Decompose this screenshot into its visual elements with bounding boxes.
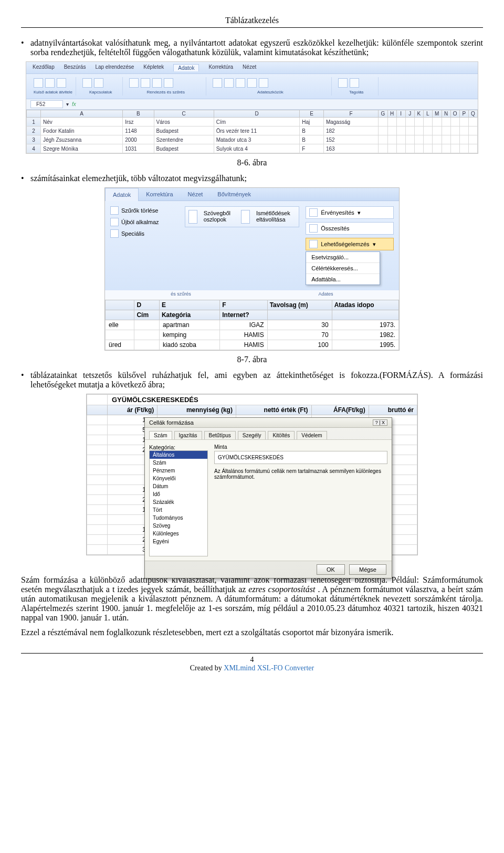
col-header[interactable]: Tavolsag (m) bbox=[267, 300, 332, 310]
category-item[interactable]: Könyvelői bbox=[150, 475, 207, 482]
cell[interactable]: Név bbox=[41, 118, 123, 127]
ok-button[interactable]: OK bbox=[317, 564, 345, 575]
col-header[interactable]: E bbox=[159, 300, 219, 310]
col-header[interactable]: J bbox=[405, 110, 414, 118]
cell[interactable]: Fodor Katalin bbox=[41, 127, 123, 135]
col-header[interactable] bbox=[332, 310, 398, 320]
dialog-tab[interactable]: Betűtípus bbox=[204, 431, 236, 439]
tab-item[interactable]: Korrektúra bbox=[139, 188, 180, 201]
advanced-filter-icon[interactable] bbox=[110, 229, 119, 238]
col-header[interactable]: O bbox=[450, 110, 459, 118]
cell[interactable]: Sulyok utca 4 bbox=[214, 144, 300, 153]
cell[interactable] bbox=[459, 144, 468, 153]
tab-item[interactable]: Nézet bbox=[243, 64, 256, 71]
cell[interactable] bbox=[414, 135, 423, 144]
cell[interactable]: 152 bbox=[323, 135, 379, 144]
cell[interactable] bbox=[414, 144, 423, 153]
cell[interactable]: 30 bbox=[267, 320, 332, 330]
cell[interactable] bbox=[87, 435, 108, 445]
category-item[interactable]: Általános bbox=[150, 451, 207, 459]
cell[interactable] bbox=[106, 330, 134, 340]
cell[interactable]: B bbox=[300, 127, 324, 135]
cell[interactable] bbox=[87, 545, 108, 555]
tab-item[interactable]: Beszúrás bbox=[64, 64, 86, 71]
fx-icon[interactable]: fx bbox=[72, 101, 76, 107]
cell[interactable] bbox=[423, 127, 432, 135]
category-item[interactable]: Tudományos bbox=[150, 514, 207, 522]
cmd-label[interactable]: Újból alkalmaz bbox=[121, 219, 159, 225]
cell[interactable] bbox=[134, 340, 159, 350]
cell[interactable] bbox=[87, 445, 108, 455]
text-to-columns-group[interactable]: Szövegből oszlopok Ismétlődések eltávolí… bbox=[185, 206, 299, 227]
category-item[interactable]: Egyéni bbox=[150, 538, 207, 545]
cell[interactable] bbox=[396, 118, 405, 127]
ribbon-icon[interactable] bbox=[82, 78, 92, 88]
col-header[interactable] bbox=[106, 300, 134, 310]
ribbon-icon[interactable] bbox=[164, 78, 173, 88]
col-header[interactable]: D bbox=[214, 110, 300, 118]
ribbon-icon[interactable] bbox=[259, 78, 268, 88]
col-header[interactable]: I bbox=[396, 110, 405, 118]
popup-item[interactable]: Esetvizsgáló... bbox=[306, 252, 380, 262]
cell[interactable] bbox=[432, 118, 442, 127]
cell[interactable]: 4 bbox=[27, 144, 41, 153]
cell[interactable]: 1995. bbox=[332, 340, 398, 350]
cell[interactable] bbox=[396, 127, 405, 135]
cell[interactable] bbox=[432, 135, 442, 144]
cell[interactable] bbox=[387, 135, 396, 144]
cell[interactable] bbox=[442, 127, 450, 135]
col-header[interactable]: F bbox=[220, 300, 267, 310]
cell[interactable]: Cím bbox=[214, 118, 300, 127]
col-header[interactable]: P bbox=[459, 110, 468, 118]
category-list[interactable]: ÁltalánosSzámPénznemKönyvelőiDátumIdőSzá… bbox=[149, 450, 208, 556]
ribbon-icon[interactable] bbox=[141, 78, 150, 88]
cell[interactable]: F bbox=[300, 144, 324, 153]
reapply-icon[interactable] bbox=[110, 218, 119, 226]
ribbon-icon[interactable] bbox=[350, 78, 359, 88]
cell[interactable]: 2 bbox=[27, 127, 41, 135]
cell[interactable]: HAMIS bbox=[220, 330, 267, 340]
cell[interactable] bbox=[405, 144, 414, 153]
worksheet[interactable]: ABCDEFGHIJKLMNOPQ 1NévIrszVárosCímHajMag… bbox=[26, 110, 478, 153]
cell[interactable] bbox=[450, 118, 459, 127]
cell[interactable] bbox=[87, 465, 108, 475]
cell[interactable] bbox=[423, 118, 432, 127]
cell[interactable] bbox=[87, 475, 108, 485]
cancel-button[interactable]: Mégse bbox=[349, 564, 386, 575]
cell[interactable] bbox=[379, 118, 387, 127]
col-header[interactable] bbox=[87, 405, 108, 415]
col-header[interactable]: K bbox=[414, 110, 423, 118]
tab-item[interactable]: Nézet bbox=[181, 188, 211, 201]
cell[interactable] bbox=[87, 425, 108, 435]
category-item[interactable]: Százalék bbox=[150, 498, 207, 506]
cell[interactable]: IGAZ bbox=[220, 320, 267, 330]
cell[interactable]: elle bbox=[106, 320, 134, 330]
cell[interactable] bbox=[379, 144, 387, 153]
cell[interactable]: 1973. bbox=[332, 320, 398, 330]
cell[interactable] bbox=[468, 135, 477, 144]
col-header[interactable]: E bbox=[300, 110, 324, 118]
ribbon-icon[interactable] bbox=[338, 78, 348, 88]
col-header[interactable]: D bbox=[134, 300, 159, 310]
cell[interactable] bbox=[450, 135, 459, 144]
tab-item[interactable]: Lap elrendezése bbox=[95, 64, 134, 71]
cell[interactable] bbox=[134, 330, 159, 340]
cell[interactable]: B bbox=[300, 135, 324, 144]
cell[interactable] bbox=[468, 127, 477, 135]
cell[interactable] bbox=[459, 118, 468, 127]
cell[interactable] bbox=[442, 135, 450, 144]
tab-item[interactable]: Képletek bbox=[143, 64, 164, 71]
cell[interactable]: 2000 bbox=[123, 135, 154, 144]
col-header[interactable]: A bbox=[41, 110, 123, 118]
cell[interactable]: üred bbox=[106, 340, 134, 350]
cell[interactable]: 182 bbox=[323, 127, 379, 135]
cell[interactable]: Örs vezér tere 11 bbox=[214, 127, 300, 135]
whatif-button[interactable]: Lehetőségelemzés ▾ bbox=[306, 238, 394, 250]
close-icon[interactable]: ? | X bbox=[373, 419, 387, 426]
name-box-dropdown-icon[interactable]: ▾ bbox=[66, 101, 69, 107]
cmd-label[interactable]: Speciális bbox=[121, 230, 144, 237]
cell[interactable]: 1148 bbox=[123, 127, 154, 135]
cell[interactable] bbox=[134, 320, 159, 330]
cell[interactable] bbox=[396, 135, 405, 144]
ribbon-icon[interactable] bbox=[152, 78, 162, 88]
